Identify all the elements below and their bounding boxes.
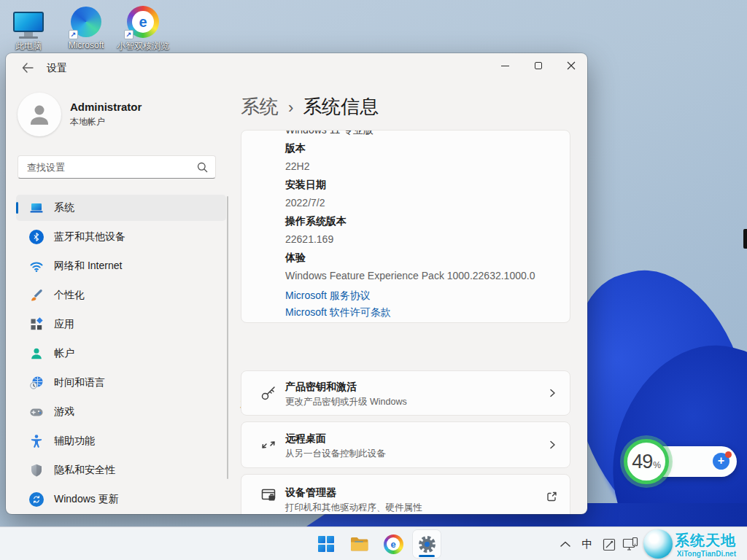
selected-indicator: [16, 202, 18, 214]
desktop-icon-label: Microsoft: [61, 40, 111, 50]
windows-update-icon: [29, 492, 44, 507]
card-subtitle: 打印机和其他驱动程序、硬件属性: [285, 502, 422, 514]
desktop-icon-this-pc[interactable]: 此电脑: [4, 4, 53, 52]
settings-window: 设置 Administrator 本地帐户: [6, 53, 587, 514]
account-icon: [29, 346, 44, 361]
field-label: 体验: [285, 252, 306, 265]
browser-button[interactable]: e: [379, 530, 407, 558]
card-subtitle: 从另一台设备控制此设备: [285, 448, 386, 460]
sidebar-item-label: 系统: [54, 201, 74, 214]
sidebar-item-bluetooth-devices[interactable]: 蓝牙和其他设备: [16, 224, 226, 250]
sidebar-item-label: 蓝牙和其他设备: [54, 230, 125, 244]
usage-percent-sign: %: [653, 460, 661, 470]
search-input[interactable]: [18, 162, 197, 173]
pen-input-icon: [603, 537, 616, 551]
close-icon: [567, 61, 576, 70]
license-terms-link[interactable]: Microsoft 软件许可条款: [285, 306, 391, 319]
sidebar-item-system[interactable]: 系统: [16, 195, 226, 221]
windows-edition-clipped: Windows 11 专业版: [285, 130, 374, 137]
widget-plus-button[interactable]: +: [713, 453, 729, 470]
user-name: Administrator: [70, 101, 142, 113]
sidebar-item-label: 隐私和安全性: [54, 464, 115, 477]
desktop-icon-xiaozhi-browser[interactable]: e ↗ 小智双核浏览: [114, 4, 172, 52]
ime-chinese-indicator: 中: [582, 537, 593, 551]
sidebar-item-label: 应用: [54, 318, 74, 331]
breadcrumb-separator: ›: [288, 98, 293, 117]
field-label: 安装日期: [285, 179, 326, 192]
settings-button[interactable]: [413, 530, 441, 558]
product-key-activation-card[interactable]: 产品密钥和激活 更改产品密钥或升级 Windows: [241, 370, 570, 416]
desktop-icon-microsoft-edge[interactable]: ↗ Microsoft: [61, 4, 111, 50]
window-titlebar: 设置: [6, 53, 587, 82]
sidebar-item-personalization[interactable]: 个性化: [16, 282, 226, 308]
brand-site: XiTongTianDi.net: [675, 550, 736, 558]
field-label: 版本: [285, 142, 306, 155]
sidebar-item-accounts[interactable]: 帐户: [16, 341, 226, 367]
sidebar-item-accessibility[interactable]: 辅助功能: [16, 428, 226, 454]
user-account-type: 本地帐户: [70, 116, 142, 128]
sidebar-scrollbar[interactable]: [227, 196, 228, 479]
sidebar-item-label: 个性化: [54, 289, 85, 302]
field-value: 22H2: [285, 160, 309, 172]
accessibility-icon: [29, 434, 44, 448]
key-icon: [259, 384, 278, 402]
chevron-right-icon: [546, 387, 558, 399]
sidebar-item-label: Windows 更新: [54, 493, 119, 506]
gear-icon: [417, 534, 437, 554]
active-app-indicator: [419, 555, 435, 557]
minimize-icon: [501, 66, 509, 66]
breadcrumb: 系统 › 系统信息: [241, 94, 379, 120]
xitongtiandi-watermark: 系统天地 XiTongTianDi.net: [643, 529, 736, 559]
sidebar-item-windows-update[interactable]: Windows 更新: [16, 486, 226, 513]
file-explorer-button[interactable]: [346, 530, 374, 558]
back-button[interactable]: [16, 58, 39, 78]
page-title: 系统信息: [303, 94, 379, 120]
start-button[interactable]: [312, 530, 340, 558]
plus-icon: +: [718, 454, 724, 467]
desktop-icon-label: 此电脑: [4, 40, 53, 52]
memory-usage-ring[interactable]: 49 %: [624, 439, 669, 484]
apps-icon: [29, 317, 44, 332]
pen-input-button[interactable]: [598, 530, 620, 558]
field-value: 2022/7/2: [285, 197, 325, 209]
remote-desktop-icon: [259, 435, 278, 454]
bluetooth-icon: [29, 230, 44, 244]
cast-device-button[interactable]: [620, 530, 642, 558]
ime-mode-button[interactable]: 中: [576, 530, 598, 558]
time-language-icon: [29, 376, 44, 390]
remote-desktop-card[interactable]: 远程桌面 从另一台设备控制此设备: [241, 421, 570, 468]
close-button[interactable]: [554, 53, 587, 78]
sidebar-item-network-internet[interactable]: 网络和 Internet: [16, 253, 226, 279]
gamepad-icon: [29, 405, 44, 419]
field-value: 22621.169: [285, 233, 333, 245]
screen-edge-handle: [743, 229, 747, 249]
sidebar-item-apps[interactable]: 应用: [16, 311, 226, 338]
sidebar-item-time-language[interactable]: 时间和语言: [16, 370, 226, 396]
sidebar-item-label: 网络和 Internet: [54, 260, 122, 273]
user-account-block[interactable]: Administrator 本地帐户: [18, 91, 222, 138]
shortcut-arrow-icon: ↗: [69, 30, 78, 39]
monitor-phone-icon: [622, 537, 640, 552]
chevron-right-icon: [546, 439, 558, 451]
breadcrumb-parent[interactable]: 系统: [241, 94, 279, 120]
device-manager-card[interactable]: 设备管理器 打印机和其他驱动程序、硬件属性: [241, 474, 570, 514]
sidebar-item-label: 游戏: [54, 405, 74, 419]
back-arrow-icon: [22, 63, 34, 73]
window-title: 设置: [47, 62, 67, 75]
maximize-button[interactable]: [522, 53, 554, 78]
minimize-button[interactable]: [489, 53, 522, 78]
device-manager-icon: [259, 486, 278, 505]
windows-logo-icon: [318, 536, 334, 552]
settings-search-box[interactable]: [18, 155, 216, 179]
sidebar-item-gaming[interactable]: 游戏: [16, 399, 226, 425]
avatar: [18, 93, 61, 136]
tray-chevron-up-button[interactable]: [554, 530, 576, 558]
taskbar: e 中: [0, 526, 747, 560]
field-value: Windows Feature Experience Pack 1000.226…: [285, 270, 535, 281]
browser-icon: e: [384, 534, 403, 554]
sidebar-item-privacy-security[interactable]: 隐私和安全性: [16, 457, 226, 483]
external-link-icon: [546, 491, 558, 503]
sidebar-item-label: 时间和语言: [54, 376, 105, 389]
paintbrush-icon: [29, 288, 44, 303]
services-agreement-link[interactable]: Microsoft 服务协议: [285, 289, 371, 303]
